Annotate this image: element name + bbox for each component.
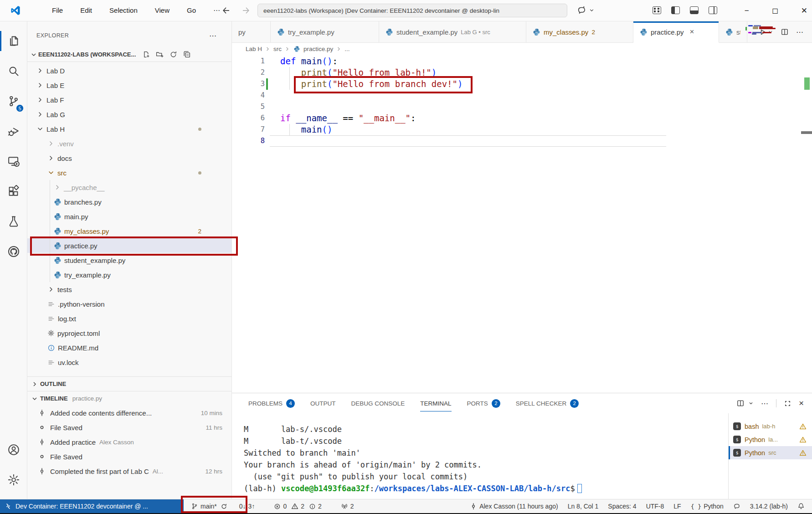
- tree-item-my-classes-py[interactable]: my_classes.py2: [27, 224, 231, 238]
- panel-tab-spell-checker[interactable]: SPELL CHECKER2: [516, 393, 579, 413]
- ports-status-item[interactable]: 2: [341, 503, 354, 510]
- code-line-4[interactable]: 4: [232, 90, 812, 101]
- tab-st[interactable]: st: [719, 21, 747, 43]
- tab-practice-py[interactable]: practice.py×: [633, 21, 719, 43]
- panel-tab-ports[interactable]: PORTS2: [467, 393, 500, 413]
- tree-item-uv-lock[interactable]: uv.lock: [27, 355, 231, 370]
- tree-item-lab-f[interactable]: Lab F: [27, 93, 231, 107]
- code-line-3[interactable]: 3 print("Hello from branch dev!"): [232, 78, 812, 90]
- activity-item-extensions[interactable]: [0, 180, 27, 203]
- menu-more[interactable]: ⋯: [211, 5, 222, 16]
- tree-item-readme-md[interactable]: README.md: [27, 340, 231, 355]
- menu-file[interactable]: File: [50, 5, 65, 16]
- activity-item-settings[interactable]: [0, 468, 27, 492]
- refresh-icon[interactable]: [170, 51, 177, 58]
- tree-item-lab-g[interactable]: Lab G: [27, 107, 231, 122]
- timeline-item-added-practice[interactable]: Added practiceAlex Casson: [27, 435, 231, 449]
- copilot-status-icon[interactable]: [733, 503, 740, 510]
- python-interpreter-item[interactable]: 3.14.2 (lab-h): [750, 503, 788, 510]
- timeline-section-header[interactable]: TIMELINE practice.py: [27, 391, 231, 406]
- code-line-7[interactable]: 7 main(): [232, 124, 812, 135]
- toggle-secondary-sidebar-icon[interactable]: [709, 6, 717, 14]
- maximize-panel-icon[interactable]: [784, 400, 791, 407]
- copilot-chevron-icon[interactable]: [589, 7, 595, 13]
- panel-tab-output[interactable]: OUTPUT: [310, 393, 336, 413]
- workspace-section-header[interactable]: EEEN11202-LABS (WORKSPACE...: [27, 47, 231, 62]
- explorer-more-icon[interactable]: ⋯: [209, 31, 217, 40]
- editor-more-icon[interactable]: ⋯: [796, 28, 804, 36]
- tree-item-pyproject-toml[interactable]: pyproject.toml: [27, 326, 231, 340]
- cursor-position-item[interactable]: Ln 8, Col 1: [568, 503, 599, 510]
- breadcrumb-item-practice-py[interactable]: practice.py: [303, 46, 333, 52]
- terminal-output[interactable]: M lab-s/.vscodeM lab-t/.vscodeSwitched t…: [244, 423, 582, 494]
- menu-go[interactable]: Go: [185, 5, 198, 16]
- terminal-instance-python-src[interactable]: $Pythonsrc: [729, 446, 812, 459]
- panel-tab-terminal[interactable]: TERMINAL: [420, 393, 451, 413]
- tree-item-log-txt[interactable]: log.txt: [27, 311, 231, 326]
- panel-tab-debug-console[interactable]: DEBUG CONSOLE: [351, 393, 405, 413]
- tree-item-lab-h[interactable]: Lab H: [27, 122, 231, 136]
- tree-item-main-py[interactable]: main.py: [27, 209, 231, 224]
- tree-item-student-example-py[interactable]: student_example.py: [27, 253, 231, 267]
- menu-selection[interactable]: Selection: [108, 5, 139, 16]
- minimize-button[interactable]: −: [745, 6, 749, 15]
- panel-more-icon[interactable]: ⋯: [761, 399, 769, 408]
- problems-status-item[interactable]: 0 2 2: [274, 503, 321, 510]
- language-mode-item[interactable]: { }Python: [691, 503, 724, 510]
- breadcrumb-item-src[interactable]: src: [273, 46, 282, 52]
- customize-layout-icon[interactable]: [653, 6, 661, 14]
- activity-item-testing[interactable]: [0, 210, 27, 233]
- tree-item-tests[interactable]: tests: [27, 282, 231, 297]
- menu-edit[interactable]: Edit: [78, 5, 94, 16]
- split-terminal-icon[interactable]: [736, 399, 745, 407]
- panel-tab-problems[interactable]: PROBLEMS4: [248, 393, 295, 413]
- tree-item-try-example-py[interactable]: try_example.py: [27, 267, 231, 282]
- close-panel-icon[interactable]: ×: [799, 398, 804, 408]
- tab-my-classes-py[interactable]: my_classes.py2: [526, 21, 633, 43]
- split-editor-icon[interactable]: [781, 28, 789, 36]
- tab-close-icon[interactable]: ×: [690, 27, 694, 36]
- breadcrumb[interactable]: Lab Hsrcpractice.py...: [232, 43, 812, 55]
- activity-item-search[interactable]: [0, 59, 27, 83]
- tree-item-docs[interactable]: docs: [27, 151, 231, 165]
- tab-py[interactable]: py: [232, 21, 271, 43]
- split-dropdown-chevron-icon[interactable]: [748, 401, 754, 406]
- tree-item-venv[interactable]: .venv: [27, 136, 231, 151]
- tab-try-example-py[interactable]: try_example.py: [271, 21, 379, 43]
- code-line-8[interactable]: 8: [232, 135, 812, 147]
- copilot-icon[interactable]: [577, 5, 586, 15]
- collapse-all-icon[interactable]: [183, 51, 191, 58]
- toggle-sidebar-icon[interactable]: [671, 6, 680, 14]
- back-arrow-icon[interactable]: [221, 6, 231, 15]
- menu-view[interactable]: View: [153, 5, 171, 16]
- tree-item-pycache[interactable]: __pycache__: [27, 180, 231, 195]
- breadcrumb-item-lab-h[interactable]: Lab H: [246, 46, 262, 52]
- activity-item-remote-explorer[interactable]: [0, 149, 27, 173]
- tab-student-example-py[interactable]: student_example.pyLab G • src: [379, 21, 526, 43]
- timeline-item-file-saved[interactable]: File Saved11 hrs: [27, 420, 231, 435]
- sync-changes-item[interactable]: 0↓3↑: [239, 503, 255, 510]
- command-center[interactable]: eeen11202-labs (Workspace) [Dev Containe…: [257, 4, 567, 17]
- timeline-item-completed-the-first-part-of-lab-c[interactable]: Completed the first part of Lab CAl...12…: [27, 464, 231, 478]
- new-file-icon[interactable]: [142, 51, 150, 58]
- indentation-item[interactable]: Spaces: 4: [608, 503, 636, 510]
- activity-item-account[interactable]: [0, 438, 27, 462]
- activity-item-explorer[interactable]: [0, 29, 27, 53]
- tree-item-practice-py[interactable]: practice.py: [27, 238, 231, 253]
- last-commit-item[interactable]: Alex Casson (11 hours ago): [470, 503, 558, 510]
- code-editor[interactable]: 1def main():2 print("Hello from lab-h!")…: [232, 56, 812, 147]
- tree-item-lab-d[interactable]: Lab D: [27, 63, 231, 78]
- tree-item-src[interactable]: src: [27, 165, 231, 180]
- activity-item-run-debug[interactable]: [0, 119, 27, 143]
- toggle-panel-icon[interactable]: [690, 6, 699, 14]
- tree-item-python-version[interactable]: .python-version: [27, 297, 231, 311]
- outline-section-header[interactable]: OUTLINE: [27, 376, 231, 391]
- remote-indicator[interactable]: Dev Container: EEEN11202 devcontainer @ …: [0, 499, 184, 514]
- maximize-button[interactable]: ◻: [772, 6, 778, 15]
- code-line-6[interactable]: 6if __name__ == "__main__":: [232, 113, 812, 124]
- encoding-item[interactable]: UTF-8: [646, 503, 664, 510]
- breadcrumb-item-more[interactable]: ...: [344, 46, 349, 52]
- timeline-item-added-code-contents-difference[interactable]: Added code contents difference...10 mins: [27, 406, 231, 420]
- code-line-1[interactable]: 1def main():: [232, 56, 812, 67]
- forward-arrow-icon[interactable]: [242, 6, 251, 15]
